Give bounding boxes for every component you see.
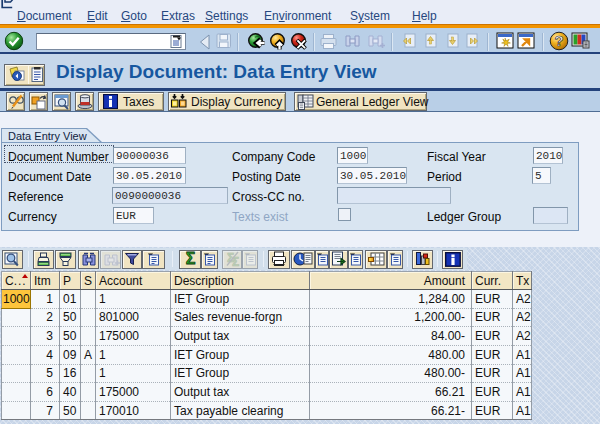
svg-text:Σ: Σ — [186, 250, 196, 267]
svg-text:Σ: Σ — [232, 255, 239, 267]
svg-text:?: ? — [554, 32, 563, 49]
